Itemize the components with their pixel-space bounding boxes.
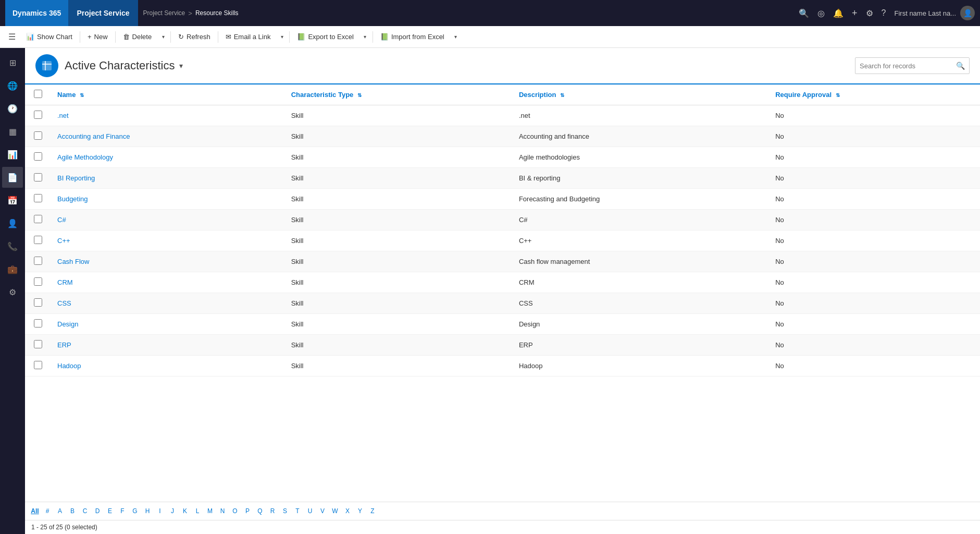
row-name-cell[interactable]: Budgeting <box>51 189 285 210</box>
sidebar-item-document[interactable]: 📄 <box>2 167 23 188</box>
row-checkbox[interactable] <box>34 173 42 181</box>
sidebar-item-calendar[interactable]: 📅 <box>2 190 23 211</box>
select-all-header[interactable] <box>25 84 51 105</box>
sidebar-item-globe[interactable]: 🌐 <box>2 75 23 96</box>
alphabet-item-z[interactable]: Z <box>367 505 378 517</box>
project-service-nav[interactable]: Project Service <box>68 0 138 26</box>
alphabet-item-t[interactable]: T <box>292 505 303 517</box>
alphabet-item-u[interactable]: U <box>304 505 316 517</box>
import-excel-button[interactable]: 📗 Import from Excel <box>375 31 450 43</box>
alphabet-item-all[interactable]: All <box>29 505 41 517</box>
show-chart-button[interactable]: 📊 Show Chart <box>21 31 78 43</box>
row-checkbox-cell[interactable] <box>25 314 51 335</box>
sidebar-item-chart[interactable]: 📊 <box>2 144 23 165</box>
row-name-cell[interactable]: Design <box>51 314 285 335</box>
row-checkbox[interactable] <box>34 257 42 265</box>
alphabet-item-r[interactable]: R <box>267 505 278 517</box>
row-checkbox[interactable] <box>34 236 42 244</box>
alphabet-item-c[interactable]: C <box>79 505 91 517</box>
alphabet-item-e[interactable]: E <box>104 505 116 517</box>
new-button[interactable]: + New <box>82 31 113 43</box>
user-area[interactable]: First name Last na... 👤 <box>895 6 975 20</box>
row-checkbox[interactable] <box>34 215 42 223</box>
alphabet-item-i[interactable]: I <box>154 505 166 517</box>
help-nav-icon[interactable]: ? <box>882 8 886 18</box>
row-name-cell[interactable]: C# <box>51 210 285 230</box>
sidebar-item-clock[interactable]: 🕐 <box>2 98 23 119</box>
row-checkbox[interactable] <box>34 194 42 202</box>
row-checkbox-cell[interactable] <box>25 147 51 168</box>
row-name-cell[interactable]: Cash Flow <box>51 251 285 272</box>
title-chevron-icon[interactable]: ▾ <box>179 62 183 70</box>
row-name-cell[interactable]: Hadoop <box>51 356 285 377</box>
row-name-cell[interactable]: Agile Methodology <box>51 147 285 168</box>
row-checkbox-cell[interactable] <box>25 335 51 356</box>
alphabet-item-y[interactable]: Y <box>354 505 366 517</box>
search-input[interactable] <box>855 62 952 70</box>
alphabet-item-s[interactable]: S <box>279 505 291 517</box>
sidebar-item-person[interactable]: 👤 <box>2 213 23 234</box>
export-excel-button[interactable]: 📗 Export to Excel <box>292 31 358 43</box>
bell-nav-icon[interactable]: 🔔 <box>833 8 843 18</box>
row-checkbox-cell[interactable] <box>25 272 51 293</box>
row-checkbox[interactable] <box>34 319 42 327</box>
refresh-button[interactable]: ↻ Refresh <box>173 31 216 43</box>
approval-column-header[interactable]: Require Approval ⇅ <box>769 84 980 105</box>
search-nav-icon[interactable]: 🔍 <box>799 8 809 18</box>
row-checkbox[interactable] <box>34 361 42 369</box>
row-name-cell[interactable]: CSS <box>51 293 285 314</box>
row-checkbox[interactable] <box>34 131 42 140</box>
delete-dropdown[interactable]: ▾ <box>158 32 168 42</box>
row-name-cell[interactable]: BI Reporting <box>51 168 285 189</box>
row-checkbox[interactable] <box>34 277 42 286</box>
alphabet-item-n[interactable]: N <box>217 505 228 517</box>
alphabet-item-m[interactable]: M <box>204 505 216 517</box>
row-checkbox-cell[interactable] <box>25 126 51 147</box>
sidebar-item-briefcase[interactable]: 💼 <box>2 259 23 280</box>
plus-nav-icon[interactable]: + <box>852 8 858 19</box>
breadcrumb-parent[interactable]: Project Service <box>143 9 185 17</box>
type-column-header[interactable]: Characteristic Type ⇅ <box>285 84 513 105</box>
alphabet-item-p[interactable]: P <box>242 505 253 517</box>
alphabet-item-#[interactable]: # <box>42 505 53 517</box>
sidebar-item-settings[interactable]: ⚙ <box>2 282 23 302</box>
circle-nav-icon[interactable]: ◎ <box>817 8 825 18</box>
alphabet-item-w[interactable]: W <box>329 505 341 517</box>
row-checkbox[interactable] <box>34 152 42 161</box>
gear-nav-icon[interactable]: ⚙ <box>866 8 873 18</box>
row-checkbox[interactable] <box>34 298 42 307</box>
alphabet-item-f[interactable]: F <box>117 505 128 517</box>
hamburger-button[interactable]: ☰ <box>4 29 20 45</box>
row-checkbox-cell[interactable] <box>25 210 51 230</box>
alphabet-item-k[interactable]: K <box>179 505 191 517</box>
alphabet-item-b[interactable]: B <box>67 505 78 517</box>
sidebar-item-grid[interactable]: ▦ <box>2 121 23 142</box>
alphabet-item-g[interactable]: G <box>129 505 141 517</box>
row-name-cell[interactable]: ERP <box>51 335 285 356</box>
row-name-cell[interactable]: C++ <box>51 230 285 251</box>
alphabet-item-o[interactable]: O <box>229 505 241 517</box>
row-checkbox-cell[interactable] <box>25 251 51 272</box>
row-checkbox-cell[interactable] <box>25 293 51 314</box>
row-checkbox-cell[interactable] <box>25 189 51 210</box>
search-icon[interactable]: 🔍 <box>952 62 969 70</box>
row-name-cell[interactable]: .net <box>51 105 285 126</box>
alphabet-item-j[interactable]: J <box>167 505 178 517</box>
delete-button[interactable]: 🗑 Delete <box>118 31 157 43</box>
row-checkbox-cell[interactable] <box>25 356 51 377</box>
email-link-button[interactable]: ✉ Email a Link <box>220 31 276 43</box>
sidebar-item-home[interactable]: ⊞ <box>2 52 23 73</box>
export-dropdown[interactable]: ▾ <box>360 32 370 42</box>
email-dropdown[interactable]: ▾ <box>277 32 287 42</box>
row-checkbox[interactable] <box>34 340 42 348</box>
import-dropdown[interactable]: ▾ <box>451 32 461 42</box>
alphabet-item-x[interactable]: X <box>342 505 353 517</box>
select-all-checkbox[interactable] <box>34 90 42 98</box>
row-checkbox-cell[interactable] <box>25 105 51 126</box>
sidebar-item-phone[interactable]: 📞 <box>2 236 23 257</box>
row-checkbox[interactable] <box>34 111 42 119</box>
alphabet-item-v[interactable]: V <box>317 505 328 517</box>
description-column-header[interactable]: Description ⇅ <box>513 84 769 105</box>
row-checkbox-cell[interactable] <box>25 168 51 189</box>
row-checkbox-cell[interactable] <box>25 230 51 251</box>
